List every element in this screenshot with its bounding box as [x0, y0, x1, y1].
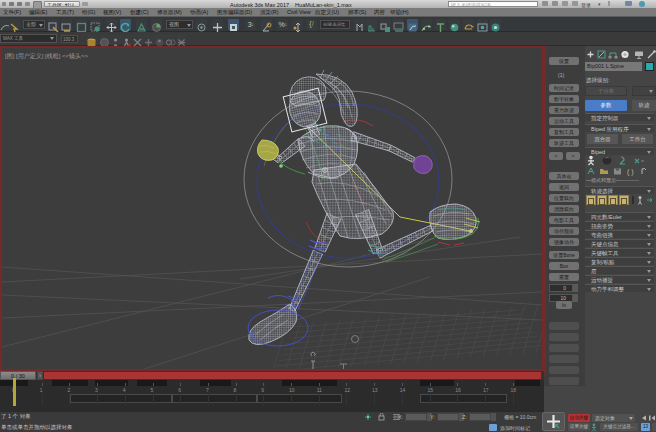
svg-text:[图] [用户定义] [线框] <<镜头>>: [图] [用户定义] [线框] <<镜头>>	[5, 52, 89, 60]
svg-text:( ): ( )	[627, 168, 634, 176]
